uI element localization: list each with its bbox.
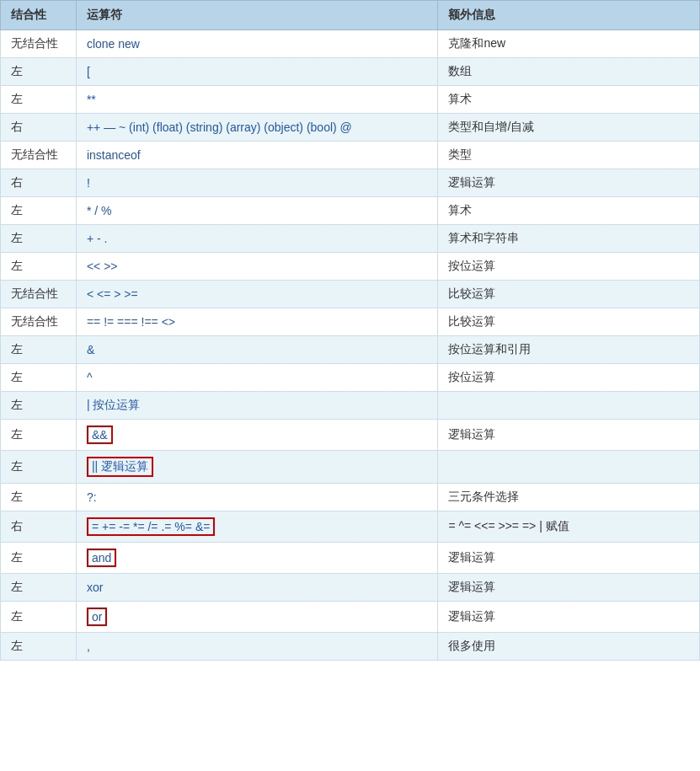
assoc-cell: 无结合性	[1, 281, 77, 308]
operator-cell: < <= > >=	[76, 281, 437, 308]
table-row: 左xor逻辑运算	[1, 574, 700, 602]
operator-cell: + - .	[76, 225, 437, 253]
assoc-cell: 右	[1, 169, 77, 197]
assoc-cell: 左	[1, 602, 77, 633]
assoc-cell: 左	[1, 58, 77, 86]
operator-cell: | 按位运算	[76, 392, 437, 420]
extra-cell: 比较运算	[438, 308, 700, 336]
highlighted-operator: and	[87, 549, 116, 567]
table-row: 左| 按位运算	[1, 392, 700, 420]
assoc-cell: 左	[1, 420, 77, 451]
operator-cell: **	[76, 86, 437, 114]
operator-cell: [	[76, 58, 437, 86]
extra-cell: 逻辑运算	[438, 543, 700, 574]
table-row: 右= += -= *= /= .= %= &== ^= <<= >>= => |…	[1, 511, 700, 543]
extra-cell: 按位运算	[438, 253, 700, 281]
table-row: 左* / %算术	[1, 197, 700, 225]
operator-cell: ,	[76, 633, 437, 661]
highlighted-operator: = += -= *= /= .= %= &=	[87, 517, 216, 536]
operator-cell: * / %	[76, 197, 437, 225]
extra-cell: 算术	[438, 86, 700, 114]
assoc-cell: 右	[1, 114, 77, 142]
operator-cell: ++ — ~ (int) (float) (string) (array) (o…	[76, 114, 437, 142]
table-row: 左^按位运算	[1, 364, 700, 392]
header-assoc: 结合性	[1, 1, 77, 30]
extra-cell: 三元条件选择	[438, 484, 700, 511]
extra-cell: 算术和字符串	[438, 225, 700, 253]
operator-cell: == != === !== <>	[76, 308, 437, 336]
operator-cell: ^	[76, 364, 437, 392]
extra-cell: 逻辑运算	[438, 420, 700, 451]
table-row: 左**算术	[1, 86, 700, 114]
extra-cell: = ^= <<= >>= => | 赋值	[438, 511, 700, 543]
assoc-cell: 左	[1, 253, 77, 281]
assoc-cell: 左	[1, 543, 77, 574]
operator-cell: instanceof	[76, 142, 437, 169]
table-row: 左&&逻辑运算	[1, 420, 700, 451]
operator-cell: or	[76, 602, 437, 633]
extra-cell: 逻辑运算	[438, 169, 700, 197]
operator-table: 结合性 运算符 额外信息 无结合性clone new克隆和new左[数组左**算…	[0, 0, 700, 661]
extra-cell: 很多使用	[438, 633, 700, 661]
table-row: 无结合性instanceof类型	[1, 142, 700, 169]
table-row: 左<< >>按位运算	[1, 253, 700, 281]
table-row: 左+ - .算术和字符串	[1, 225, 700, 253]
highlighted-operator: &&	[87, 426, 113, 444]
operator-cell: = += -= *= /= .= %= &=	[76, 511, 437, 543]
operator-cell: << >>	[76, 253, 437, 281]
extra-cell: 按位运算	[438, 364, 700, 392]
header-extra: 额外信息	[438, 1, 700, 30]
assoc-cell: 无结合性	[1, 142, 77, 169]
operator-cell: ?:	[76, 484, 437, 511]
assoc-cell: 左	[1, 86, 77, 114]
assoc-cell: 左	[1, 197, 77, 225]
table-row: 左or逻辑运算	[1, 602, 700, 633]
extra-cell: 数组	[438, 58, 700, 86]
operator-cell: &&	[76, 420, 437, 451]
table-row: 左?:三元条件选择	[1, 484, 700, 511]
table-row: 无结合性< <= > >=比较运算	[1, 281, 700, 308]
assoc-cell: 左	[1, 364, 77, 392]
extra-cell: 克隆和new	[438, 30, 700, 58]
table-row: 左and逻辑运算	[1, 543, 700, 574]
operator-cell: and	[76, 543, 437, 574]
extra-cell	[438, 451, 700, 484]
extra-cell: 类型和自增/自减	[438, 114, 700, 142]
table-row: 左|| 逻辑运算	[1, 451, 700, 484]
table-row: 左[数组	[1, 58, 700, 86]
assoc-cell: 左	[1, 451, 77, 484]
extra-cell: 逻辑运算	[438, 602, 700, 633]
operator-cell: &	[76, 336, 437, 364]
table-row: 右!逻辑运算	[1, 169, 700, 197]
header-operator: 运算符	[76, 1, 437, 30]
table-row: 右++ — ~ (int) (float) (string) (array) (…	[1, 114, 700, 142]
highlighted-operator: or	[87, 608, 107, 626]
extra-cell	[438, 392, 700, 420]
extra-cell: 比较运算	[438, 281, 700, 308]
operator-cell: || 逻辑运算	[76, 451, 437, 484]
table-row: 无结合性== != === !== <>比较运算	[1, 308, 700, 336]
operator-cell: clone new	[76, 30, 437, 58]
extra-cell: 算术	[438, 197, 700, 225]
assoc-cell: 左	[1, 633, 77, 661]
assoc-cell: 左	[1, 574, 77, 602]
table-row: 无结合性clone new克隆和new	[1, 30, 700, 58]
extra-cell: 逻辑运算	[438, 574, 700, 602]
table-row: 左&按位运算和引用	[1, 336, 700, 364]
operator-cell: !	[76, 169, 437, 197]
assoc-cell: 左	[1, 336, 77, 364]
assoc-cell: 右	[1, 511, 77, 543]
operator-cell: xor	[76, 574, 437, 602]
assoc-cell: 左	[1, 225, 77, 253]
assoc-cell: 左	[1, 484, 77, 511]
assoc-cell: 无结合性	[1, 308, 77, 336]
extra-cell: 按位运算和引用	[438, 336, 700, 364]
highlighted-operator: || 逻辑运算	[87, 457, 153, 477]
assoc-cell: 无结合性	[1, 30, 77, 58]
table-row: 左,很多使用	[1, 633, 700, 661]
extra-cell: 类型	[438, 142, 700, 169]
assoc-cell: 左	[1, 392, 77, 420]
